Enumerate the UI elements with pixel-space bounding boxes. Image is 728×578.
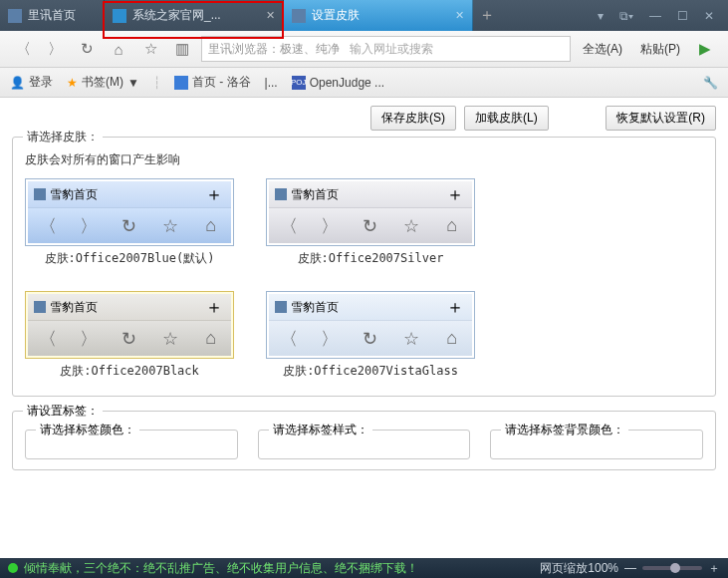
favicon-icon <box>8 9 22 23</box>
bookmarks-label: 书签(M) <box>82 74 123 91</box>
status-bar: 倾情奉献，三个绝不：绝不乱推广告、绝不收集用户信息、绝不捆绑下载！ 网页缩放10… <box>0 558 728 578</box>
skin-fieldset: 请选择皮肤： 皮肤会对所有的窗口产生影响 雪豹首页＋〈〉↻☆⌂皮肤:Office… <box>12 137 716 397</box>
bookmark-overflow[interactable]: |... <box>265 76 278 90</box>
preview-nav: 〈〉↻☆⌂ <box>269 320 472 356</box>
zoom-controls: 网页缩放100% — ＋ <box>540 560 720 577</box>
tag-style-fieldset: 请选择标签样式： <box>258 430 471 459</box>
favicon-icon <box>275 188 287 200</box>
preview-tab-label: 雪豹首页 <box>50 186 98 203</box>
home-icon: ⌂ <box>442 215 462 236</box>
favicon-icon <box>34 188 46 200</box>
preview-newtab: ＋ <box>438 294 472 320</box>
select-all-button[interactable]: 全选(A) <box>577 41 628 58</box>
back-button[interactable]: 〈 <box>10 36 36 62</box>
star-icon: ☆ <box>401 215 421 237</box>
home-button[interactable]: ⌂ <box>106 36 131 62</box>
login-label: 登录 <box>29 74 53 91</box>
favicon-icon <box>275 301 287 313</box>
skin-card[interactable]: 雪豹首页＋〈〉↻☆⌂皮肤:Office2007Silver <box>266 178 475 267</box>
paste-button[interactable]: 粘贴(P) <box>634 41 686 58</box>
page-content: 保存皮肤(S) 加载皮肤(L) 恢复默认设置(R) 请选择皮肤： 皮肤会对所有的… <box>0 98 728 558</box>
maximize-icon[interactable]: ☐ <box>671 7 694 25</box>
forward-icon: 〉 <box>79 214 99 238</box>
restore-default-button[interactable]: 恢复默认设置(R) <box>606 106 716 131</box>
address-bar[interactable]: 里讯浏览器：极速、纯净 输入网址或搜索 <box>201 36 571 62</box>
skin-note: 皮肤会对所有的窗口产生影响 <box>25 151 703 168</box>
save-skin-button[interactable]: 保存皮肤(S) <box>370 106 456 131</box>
titlebar: 里讯首页 系统之家官网_... ✕ 设置皮肤 ✕ ＋ ▾ ⧉▾ ― ☐ ✕ <box>0 0 728 31</box>
close-window-icon[interactable]: ✕ <box>698 7 720 25</box>
reload-icon: ↻ <box>120 215 139 237</box>
skin-preview: 雪豹首页＋〈〉↻☆⌂ <box>266 178 475 246</box>
preview-tab-label: 雪豹首页 <box>291 186 339 203</box>
skin-caption: 皮肤:Office2007Blue(默认) <box>25 250 234 267</box>
skin-preview: 雪豹首页＋〈〉↻☆⌂ <box>25 291 234 359</box>
back-icon: 〈 <box>38 214 58 238</box>
zoom-out-button[interactable]: — <box>624 561 636 575</box>
tag-color-fieldset: 请选择标签颜色： <box>25 430 238 459</box>
preview-tab: 雪豹首页 <box>269 294 438 320</box>
preview-tabrow: 雪豹首页＋ <box>269 181 472 207</box>
skin-caption: 皮肤:Office2007VistaGlass <box>266 363 475 380</box>
close-icon[interactable]: ✕ <box>266 9 275 22</box>
site-icon: POJ <box>292 76 306 90</box>
bookmark-link-1[interactable]: 首页 - 洛谷 <box>174 74 251 91</box>
back-icon: 〈 <box>38 327 58 351</box>
tab-2-active[interactable]: 设置皮肤 ✕ <box>284 0 473 31</box>
tag-bgcolor-fieldset: 请选择标签背景颜色： <box>490 430 703 459</box>
login-link[interactable]: 👤 登录 <box>10 74 53 91</box>
favicon-icon <box>292 9 306 23</box>
menu-icon[interactable]: ▾ <box>592 7 609 25</box>
skin-card[interactable]: 雪豹首页＋〈〉↻☆⌂皮肤:Office2007VistaGlass <box>266 291 475 380</box>
zoom-slider[interactable] <box>642 566 702 570</box>
bookmark-label: OpenJudge ... <box>310 76 384 90</box>
forward-button[interactable]: 〉 <box>42 36 68 62</box>
zoom-thumb[interactable] <box>670 563 680 573</box>
tab-0[interactable]: 里讯首页 <box>0 0 105 31</box>
home-icon: ⌂ <box>201 328 221 349</box>
zoom-in-button[interactable]: ＋ <box>708 560 720 577</box>
load-skin-button[interactable]: 加载皮肤(L) <box>464 106 549 131</box>
chevron-down-icon: ▼ <box>127 76 139 90</box>
reload-button[interactable]: ↻ <box>74 36 100 62</box>
settings-icon[interactable]: 🔧 <box>703 76 718 90</box>
preview-tab-label: 雪豹首页 <box>291 299 339 316</box>
minimize-icon[interactable]: ― <box>643 7 667 25</box>
skin-preview: 雪豹首页＋〈〉↻☆⌂ <box>266 291 475 359</box>
back-icon: 〈 <box>279 327 299 351</box>
go-button[interactable]: ▶ <box>692 36 718 62</box>
tab-label: 设置皮肤 <box>312 7 360 24</box>
preview-nav: 〈〉↻☆⌂ <box>269 207 472 243</box>
star-icon: ☆ <box>160 328 180 350</box>
tab-1[interactable]: 系统之家官网_... ✕ <box>105 0 284 31</box>
site-icon <box>174 76 188 90</box>
bookmarks-menu[interactable]: ★ 书签(M) ▼ <box>67 74 139 91</box>
preview-tab: 雪豹首页 <box>28 181 197 207</box>
tab-label: 里讯首页 <box>28 7 76 24</box>
bookmark-link-2[interactable]: POJ OpenJudge ... <box>292 76 384 90</box>
skin-card[interactable]: 雪豹首页＋〈〉↻☆⌂皮肤:Office2007Blue(默认) <box>25 178 234 267</box>
preview-tabrow: 雪豹首页＋ <box>28 181 231 207</box>
preview-newtab: ＋ <box>197 294 231 320</box>
preview-tab: 雪豹首页 <box>269 181 438 207</box>
skin-card[interactable]: 雪豹首页＋〈〉↻☆⌂皮肤:Office2007Black <box>25 291 234 380</box>
library-button[interactable]: ▥ <box>169 36 195 62</box>
skin-legend: 请选择皮肤： <box>23 129 103 145</box>
tag-legend: 请设置标签： <box>23 403 103 420</box>
status-dot-icon <box>8 563 18 573</box>
zoom-label: 网页缩放100% <box>540 560 618 577</box>
restore-icon[interactable]: ⧉▾ <box>613 7 639 25</box>
star-button[interactable]: ☆ <box>137 36 163 62</box>
sub-legend: 请选择标签颜色： <box>36 422 139 438</box>
preview-tabrow: 雪豹首页＋ <box>28 294 231 320</box>
new-tab-button[interactable]: ＋ <box>473 0 501 31</box>
action-row: 保存皮肤(S) 加载皮肤(L) 恢复默认设置(R) <box>12 106 716 131</box>
preview-newtab: ＋ <box>438 181 472 207</box>
preview-tab-label: 雪豹首页 <box>50 299 98 316</box>
addr-hint: 里讯浏览器：极速、纯净 <box>208 41 340 58</box>
preview-tab: 雪豹首页 <box>28 294 197 320</box>
close-icon[interactable]: ✕ <box>455 9 464 22</box>
user-icon: 👤 <box>10 76 25 90</box>
reload-icon: ↻ <box>361 328 380 350</box>
skin-grid: 雪豹首页＋〈〉↻☆⌂皮肤:Office2007Blue(默认)雪豹首页＋〈〉↻☆… <box>25 178 703 380</box>
